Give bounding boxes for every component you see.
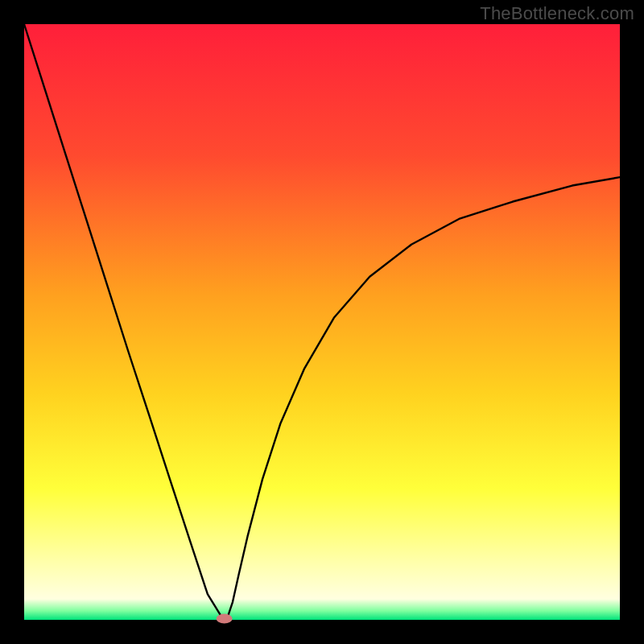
watermark-text: TheBottleneck.com <box>480 3 634 24</box>
bottleneck-chart <box>0 0 644 644</box>
plot-background <box>24 24 620 620</box>
optimal-point-marker <box>217 614 233 624</box>
chart-frame: TheBottleneck.com <box>0 0 644 644</box>
